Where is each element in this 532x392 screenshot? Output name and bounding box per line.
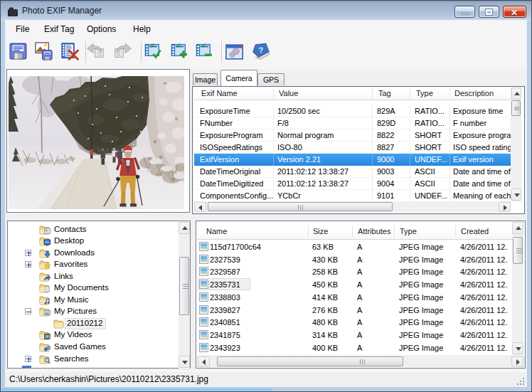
svg-text:?: ?	[258, 46, 264, 54]
